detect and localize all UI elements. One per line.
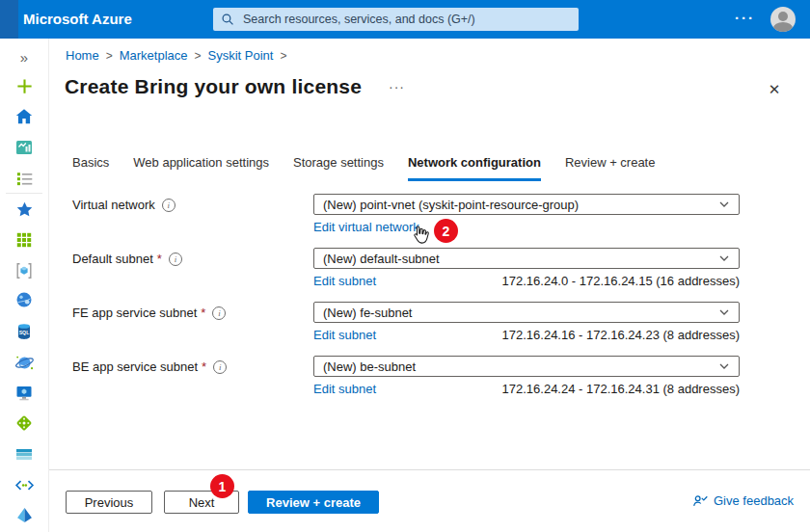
info-icon[interactable]: i — [213, 360, 227, 374]
virtual-network-dropdown[interactable]: (New) point-vnet (syskit-point-resource-… — [313, 194, 740, 215]
info-icon[interactable]: i — [169, 253, 182, 266]
grid-icon — [15, 231, 33, 249]
chevron-down-icon — [718, 306, 730, 318]
page-title: Create Bring your own license — [65, 75, 362, 98]
chevron-down-icon — [718, 360, 730, 372]
globe-icon — [14, 290, 34, 309]
close-button[interactable]: ✕ — [764, 79, 785, 100]
sidebar-divider — [6, 193, 42, 194]
tab-basics[interactable]: Basics — [72, 155, 109, 181]
sidebar-item-virtual-machines[interactable] — [0, 381, 48, 406]
tab-web-application-settings[interactable]: Web application settings — [133, 155, 269, 181]
field-label: Virtual network — [72, 198, 155, 212]
close-icon: ✕ — [769, 81, 781, 97]
storage-account-icon — [14, 444, 34, 464]
sidebar-item-azure-active-directory[interactable] — [0, 502, 48, 527]
wizard-tabs: Basics Web application settings Storage … — [72, 155, 655, 181]
azure-ad-icon — [15, 506, 34, 524]
home-icon — [14, 107, 34, 126]
sidebar-item-favorites[interactable] — [0, 197, 48, 222]
breadcrumb: Home>Marketplace>Syskit Point> — [66, 48, 293, 63]
sidebar-item-azure-cosmos-db[interactable] — [0, 350, 48, 375]
azure-top-bar: Microsoft Azure ··· — [0, 0, 810, 39]
sidebar-item-create-a-resource[interactable] — [0, 73, 48, 98]
cosmos-db-icon — [14, 353, 35, 373]
tab-network-configuration[interactable]: Network configuration — [408, 155, 541, 181]
review-create-button[interactable]: Review + create — [248, 491, 379, 514]
field-label: Default subnet — [72, 252, 153, 266]
step-badge-1: 1 — [210, 474, 234, 498]
breadcrumb-syskit-point[interactable]: Syskit Point — [208, 48, 274, 63]
info-icon[interactable]: i — [212, 306, 226, 320]
address-range: 172.16.24.24 - 172.16.24.31 (8 addresses… — [502, 382, 740, 396]
edit-subnet-link[interactable]: Edit subnet — [313, 274, 376, 288]
global-search-box[interactable] — [213, 8, 579, 31]
left-nav-rail: » — [0, 39, 49, 532]
sql-database-icon: SQL — [14, 322, 34, 341]
sidebar-item-all-services[interactable] — [0, 166, 48, 191]
give-feedback-link[interactable]: Give feedback — [692, 492, 794, 509]
search-input[interactable] — [241, 12, 571, 27]
breadcrumb-marketplace[interactable]: Marketplace — [120, 48, 188, 63]
edit-subnet-link[interactable]: Edit subnet — [313, 328, 376, 342]
tab-storage-settings[interactable]: Storage settings — [293, 155, 384, 181]
sidebar-item-dashboard[interactable] — [0, 135, 48, 160]
avatar-person-icon — [778, 12, 788, 21]
fe-subnet-dropdown[interactable]: (New) fe-subnet — [313, 302, 740, 323]
sidebar-item-virtual-networks[interactable] — [0, 472, 48, 497]
svg-text:SQL: SQL — [19, 330, 30, 335]
edit-virtual-network-link[interactable]: Edit virtual network — [313, 220, 419, 234]
resource-group-cube-icon — [14, 261, 34, 280]
sidebar-item-load-balancers[interactable] — [0, 411, 48, 436]
star-icon — [15, 200, 34, 219]
chevron-down-icon — [718, 199, 730, 210]
sidebar-item-sql-databases[interactable]: SQL — [0, 319, 48, 344]
virtual-machine-icon — [14, 384, 34, 403]
be-subnet-dropdown[interactable]: (New) be-subnet — [313, 356, 740, 377]
dropdown-value: (New) fe-subnet — [323, 306, 412, 320]
sidebar-item-resource-groups[interactable] — [0, 258, 48, 283]
title-more-button[interactable]: ··· — [389, 79, 405, 94]
dropdown-value: (New) point-vnet (syskit-point-resource-… — [323, 198, 579, 212]
sidebar-item-expand[interactable]: » — [0, 44, 48, 69]
portal-menu-button[interactable] — [0, 0, 18, 39]
dropdown-value: (New) default-subnet — [323, 252, 440, 266]
chevron-down-icon — [718, 253, 730, 264]
give-feedback-label: Give feedback — [714, 493, 794, 508]
field-label: FE app service subnet — [72, 306, 197, 320]
account-avatar[interactable] — [770, 7, 796, 32]
search-icon — [221, 13, 234, 26]
azure-brand-title: Microsoft Azure — [23, 0, 132, 39]
info-icon[interactable]: i — [162, 199, 176, 212]
create-license-panel: Home>Marketplace>Syskit Point> Create Br… — [48, 39, 810, 532]
mouse-cursor-icon — [410, 223, 432, 251]
virtual-network-icon — [14, 475, 35, 495]
sidebar-item-all-resources[interactable] — [0, 227, 48, 253]
topbar-more-button[interactable]: ··· — [735, 0, 755, 37]
previous-button[interactable]: Previous — [66, 491, 152, 514]
breadcrumb-home[interactable]: Home — [66, 48, 99, 63]
dashboard-icon — [14, 138, 34, 157]
chevron-double-right-icon: » — [20, 50, 28, 65]
list-icon — [15, 170, 34, 188]
plus-icon — [15, 77, 34, 95]
footer-divider — [48, 469, 810, 470]
dropdown-value: (New) be-subnet — [323, 359, 416, 374]
edit-subnet-link[interactable]: Edit subnet — [313, 382, 376, 396]
default-subnet-dropdown[interactable]: (New) default-subnet — [313, 248, 740, 269]
step-badge-2: 2 — [434, 219, 458, 243]
address-range: 172.16.24.0 - 172.16.24.15 (16 addresses… — [502, 274, 740, 288]
tab-review-create[interactable]: Review + create — [565, 155, 656, 181]
sidebar-item-storage-accounts[interactable] — [0, 441, 48, 466]
sidebar-item-app-services[interactable] — [0, 287, 48, 312]
field-label: BE app service subnet — [72, 359, 198, 374]
load-balancer-icon — [14, 413, 34, 433]
address-range: 172.16.24.16 - 172.16.24.23 (8 addresses… — [502, 328, 740, 342]
feedback-icon — [692, 492, 709, 509]
sidebar-item-home[interactable] — [0, 104, 48, 129]
